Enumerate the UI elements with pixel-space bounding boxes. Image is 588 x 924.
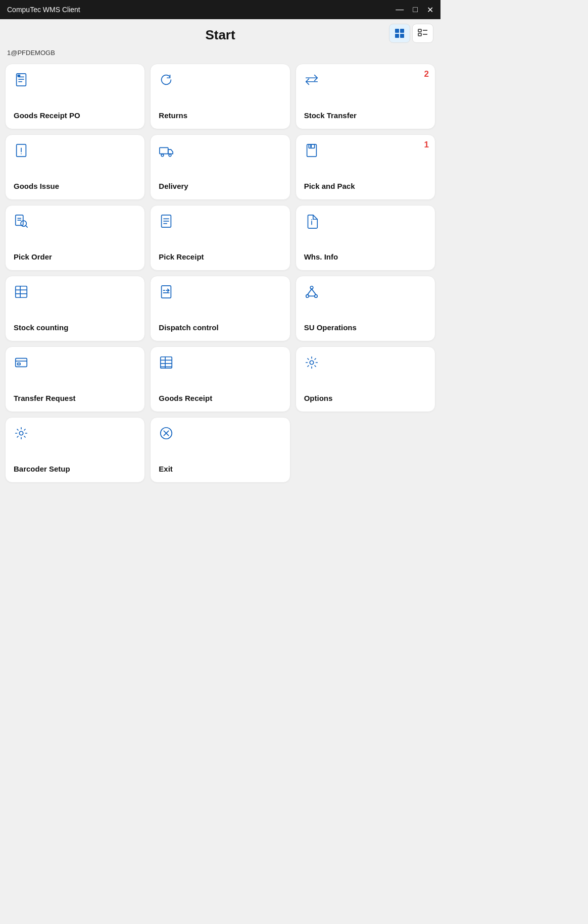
tile-pick-order[interactable]: Pick Order — [5, 205, 145, 271]
stock-counting-label: Stock counting — [14, 323, 68, 332]
user-label: 1@PFDEMOGB — [0, 47, 440, 61]
options-icon — [304, 355, 319, 374]
pick-receipt-icon — [159, 214, 174, 232]
returns-label: Returns — [159, 111, 187, 120]
exit-label: Exit — [159, 465, 173, 473]
tile-stock-counting[interactable]: Stock counting — [5, 276, 145, 341]
dispatch-control-label: Dispatch control — [159, 323, 218, 332]
tile-stock-transfer[interactable]: 2Stock Transfer — [296, 64, 435, 129]
su-operations-label: SU Operations — [304, 323, 357, 332]
app-name: CompuTec WMS Client — [7, 6, 80, 14]
svg-line-47 — [312, 289, 316, 294]
svg-point-57 — [310, 361, 314, 365]
svg-point-19 — [161, 154, 164, 157]
options-label: Options — [304, 394, 333, 402]
stock-transfer-label: Stock Transfer — [304, 111, 357, 120]
tile-whs-info[interactable]: Whs. Info — [296, 205, 435, 271]
svg-rect-35 — [16, 286, 27, 298]
pick-receipt-label: Pick Receipt — [159, 252, 204, 261]
dispatch-control-icon — [159, 284, 174, 303]
barcoder-setup-label: Barcoder Setup — [14, 465, 70, 473]
view-toggle — [389, 24, 433, 43]
svg-rect-18 — [160, 147, 168, 153]
goods-issue-icon — [14, 143, 29, 162]
grid-view-button[interactable] — [389, 24, 410, 43]
tile-options[interactable]: Options — [296, 346, 435, 412]
svg-rect-12 — [18, 75, 21, 77]
pick-order-icon — [14, 214, 29, 232]
exit-icon — [159, 426, 174, 444]
svg-point-20 — [169, 154, 171, 157]
goods-receipt-po-label: Goods Receipt PO — [14, 111, 80, 120]
svg-rect-3 — [400, 34, 404, 38]
maximize-button[interactable]: □ — [413, 5, 418, 14]
svg-rect-6 — [418, 33, 421, 36]
svg-point-58 — [19, 431, 23, 435]
svg-point-34 — [311, 219, 312, 220]
goods-receipt-icon — [159, 355, 174, 374]
grid-icon — [394, 28, 405, 39]
tile-returns[interactable]: Returns — [150, 64, 290, 129]
pick-and-pack-label: Pick and Pack — [304, 182, 355, 190]
svg-rect-2 — [395, 34, 399, 38]
tile-barcoder-setup[interactable]: Barcoder Setup — [5, 417, 145, 483]
returns-icon — [159, 72, 174, 91]
su-operations-icon — [304, 284, 319, 303]
tile-dispatch-control[interactable]: Dispatch control — [150, 276, 290, 341]
goods-issue-label: Goods Issue — [14, 182, 59, 190]
svg-rect-0 — [395, 29, 399, 33]
svg-line-46 — [307, 289, 311, 294]
whs-info-icon — [304, 214, 319, 232]
tile-delivery[interactable]: Delivery — [150, 134, 290, 200]
svg-rect-4 — [418, 29, 421, 32]
tile-goods-receipt-po[interactable]: Goods Receipt PO — [5, 64, 145, 129]
tile-pick-receipt[interactable]: Pick Receipt — [150, 205, 290, 271]
transfer-request-icon — [14, 355, 29, 374]
svg-rect-1 — [400, 29, 404, 33]
pick-and-pack-icon — [304, 143, 319, 162]
whs-info-label: Whs. Info — [304, 252, 338, 261]
barcoder-setup-icon — [14, 426, 29, 444]
list-view-button[interactable] — [412, 24, 433, 43]
page-title: Start — [205, 27, 235, 43]
stock-counting-icon — [14, 284, 29, 303]
goods-receipt-po-icon — [14, 72, 29, 91]
window-controls: — □ ✕ — [396, 5, 433, 15]
tile-exit[interactable]: Exit — [150, 417, 290, 483]
delivery-icon — [159, 143, 174, 162]
goods-receipt-label: Goods Receipt — [159, 394, 212, 402]
close-button[interactable]: ✕ — [427, 5, 433, 15]
transfer-request-label: Transfer Request — [14, 394, 76, 402]
pick-and-pack-badge: 1 — [424, 140, 429, 150]
svg-rect-49 — [16, 358, 27, 367]
tile-su-operations[interactable]: SU Operations — [296, 276, 435, 341]
title-bar: CompuTec WMS Client — □ ✕ — [0, 0, 440, 19]
pick-order-label: Pick Order — [14, 252, 52, 261]
stock-transfer-badge: 2 — [424, 69, 429, 79]
minimize-button[interactable]: — — [396, 5, 404, 14]
tile-pick-and-pack[interactable]: 1Pick and Pack — [296, 134, 435, 200]
svg-point-17 — [21, 153, 22, 155]
delivery-label: Delivery — [159, 182, 188, 190]
svg-rect-51 — [18, 363, 21, 365]
svg-rect-23 — [310, 145, 312, 148]
tile-goods-receipt[interactable]: Goods Receipt — [150, 346, 290, 412]
tile-transfer-request[interactable]: Transfer Request — [5, 346, 145, 412]
list-icon — [417, 28, 428, 39]
svg-rect-39 — [162, 286, 171, 298]
tile-goods-issue[interactable]: Goods Issue — [5, 134, 145, 200]
stock-transfer-icon — [304, 72, 319, 91]
header: Start — [0, 19, 440, 47]
tiles-grid: Goods Receipt PO Returns 2Stock Transfer… — [0, 61, 440, 490]
svg-line-26 — [26, 226, 28, 228]
